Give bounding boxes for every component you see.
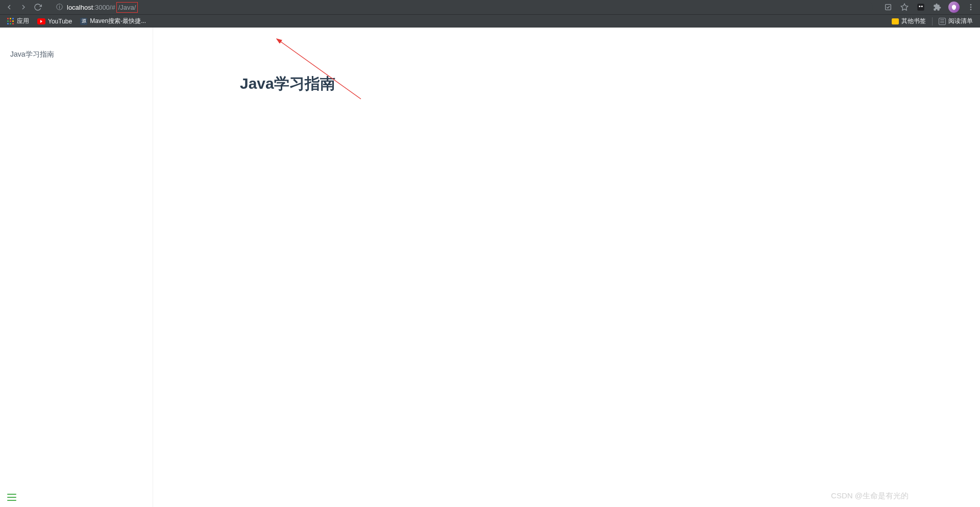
maven-bookmark[interactable]: 源 Maven搜索-最快捷... [77, 15, 149, 27]
svg-rect-2 [917, 4, 924, 11]
svg-point-6 [970, 7, 972, 8]
sidebar: Java学习指南 [0, 28, 153, 507]
watermark: CSDN @生命是有光的 [831, 491, 909, 501]
other-bookmarks[interactable]: 其他书签 [889, 15, 929, 27]
svg-point-5 [970, 4, 972, 6]
apps-label: 应用 [17, 17, 29, 26]
reload-button[interactable] [33, 2, 43, 12]
ghost-extension-icon[interactable] [916, 2, 926, 12]
page-heading: Java学习指南 [240, 73, 949, 94]
other-bookmarks-label: 其他书签 [901, 17, 926, 26]
svg-point-7 [970, 9, 972, 10]
sidebar-item-label: Java学习指南 [10, 50, 54, 58]
url-text: localhost:3000/#/Java/ [67, 2, 138, 13]
divider [932, 17, 933, 26]
forward-button[interactable] [18, 2, 29, 12]
apps-icon [7, 18, 14, 25]
main-content: Java学习指南 [153, 28, 980, 507]
sidebar-item-java-guide[interactable]: Java学习指南 [10, 48, 142, 61]
maven-label: Maven搜索-最快捷... [90, 17, 146, 26]
youtube-bookmark[interactable]: YouTube [34, 16, 75, 27]
maven-icon: 源 [80, 18, 87, 25]
reading-list[interactable]: 阅读清单 [936, 15, 976, 27]
svg-point-4 [921, 6, 923, 7]
apps-shortcut[interactable]: 应用 [4, 15, 32, 27]
page-content: Java学习指南 Java学习指南 CSDN @生命是有光的 [0, 28, 980, 507]
url-highlight: /Java/ [116, 2, 138, 13]
site-info-icon[interactable]: ⓘ [56, 3, 63, 12]
svg-marker-1 [901, 4, 908, 10]
bookmarks-right: 其他书签 阅读清单 [889, 15, 976, 27]
star-icon[interactable] [899, 2, 910, 12]
menu-icon[interactable] [966, 2, 976, 12]
profile-avatar[interactable] [948, 2, 960, 13]
youtube-label: YouTube [48, 18, 72, 25]
back-button[interactable] [4, 2, 14, 12]
toolbar-right [883, 2, 976, 13]
share-icon[interactable] [883, 2, 893, 12]
hamburger-menu[interactable] [7, 494, 16, 501]
youtube-icon [37, 18, 45, 24]
svg-rect-0 [886, 5, 891, 10]
bookmarks-bar: 应用 YouTube 源 Maven搜索-最快捷... 其他书签 阅读清单 [0, 14, 980, 28]
folder-icon [892, 18, 899, 24]
extensions-icon[interactable] [932, 2, 942, 12]
reading-list-label: 阅读清单 [948, 17, 973, 26]
reading-list-icon [939, 18, 946, 25]
url-bar[interactable]: ⓘ localhost:3000/#/Java/ [51, 1, 873, 13]
svg-point-3 [919, 6, 920, 7]
browser-toolbar: ⓘ localhost:3000/#/Java/ [0, 0, 980, 14]
